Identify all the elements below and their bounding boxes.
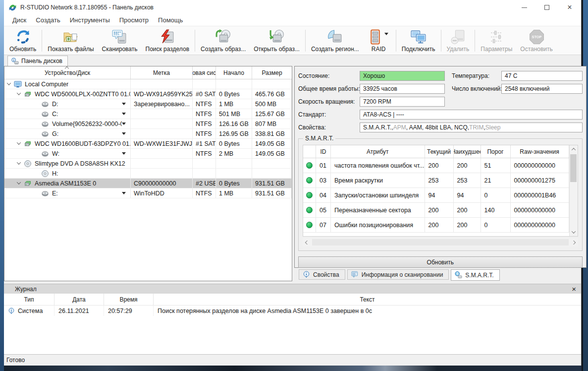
toolbar-show-files-button[interactable]: Показать файлы	[44, 27, 98, 54]
log-column-text[interactable]: Текст	[154, 294, 581, 305]
log-row[interactable]: Система26.11.202120:57:29Поиск потерянны…	[4, 306, 581, 316]
device-filesystem: #2 USB ...	[193, 179, 216, 188]
device-name: C:	[52, 111, 58, 118]
smart-row[interactable]: 01частота появления ошибок чт...20020051…	[303, 158, 569, 173]
device-row[interactable]: Asmedia ASM1153E 0C90000000000#2 USB ...…	[4, 179, 292, 188]
minimize-button[interactable]	[513, 0, 535, 15]
device-row[interactable]: D:Зарезервировано...NTFS1 MB500 MB	[4, 99, 292, 109]
smart-column-attribute[interactable]: Атрибут	[331, 145, 425, 158]
menu-help[interactable]: Помощь	[154, 15, 188, 25]
device-row[interactable]: C:NTFS501 MB125.67 GB	[4, 109, 292, 119]
dropdown-icon[interactable]	[122, 103, 126, 105]
toolbar-refresh-button[interactable]: Обновить	[5, 27, 40, 54]
close-button[interactable]: ×	[558, 0, 581, 15]
rstudio-logo-icon	[8, 3, 17, 12]
device-start: 0 Bytes	[216, 179, 252, 188]
feature-segment: Sleep	[485, 124, 501, 131]
scroll-right-icon[interactable]	[570, 239, 578, 247]
dropdown-icon[interactable]	[122, 152, 126, 155]
smart-row[interactable]: 07Ошибки позиционирования200200000000000…	[303, 218, 569, 233]
device-filesystem	[193, 79, 216, 89]
device-row[interactable]: WDC WD5000LPLX-00ZNTT0 01.0...WD-WX91A95…	[4, 89, 292, 99]
toolbar-scan-button[interactable]: Сканировать	[98, 27, 142, 54]
maximize-button[interactable]	[535, 0, 558, 15]
connect-icon	[410, 29, 427, 45]
toolbar-connect-button[interactable]: Подключить	[398, 27, 439, 54]
tab-smart[interactable]: SS.M.A.R.T.	[451, 269, 499, 281]
smart-refresh-button[interactable]: Обновить	[298, 256, 583, 268]
device-row[interactable]: H:	[4, 169, 292, 179]
tab-properties[interactable]: Свойства	[299, 269, 345, 280]
device-row[interactable]: G:NTFS126.95 GB338.81 GB	[4, 129, 292, 139]
tab-scan-info-label: Информация о сканировании	[362, 271, 443, 278]
smart-column-threshold[interactable]: Порог	[481, 145, 511, 158]
menu-create[interactable]: Создать	[31, 15, 65, 25]
scroll-up-icon[interactable]	[569, 145, 578, 153]
column-header-size[interactable]: Размер	[252, 66, 292, 79]
log-column-type[interactable]: Тип	[4, 294, 54, 305]
smart-horizontal-scrollbar[interactable]	[303, 238, 578, 247]
dropdown-icon[interactable]	[122, 132, 126, 135]
log-column-date[interactable]: Дата	[54, 294, 104, 305]
toolbar-open-image-label: Открыть образ...	[254, 46, 300, 53]
temperature-label: Температура:	[452, 72, 501, 79]
scrollbar-track[interactable]	[312, 239, 569, 246]
scroll-down-icon[interactable]	[569, 228, 578, 236]
smart-row[interactable]: 04Запуски/остановки шпинделя949400000000…	[303, 188, 569, 203]
toolbar-create-image-button[interactable]: Создать образ...	[197, 27, 250, 54]
menu-disk[interactable]: Диск	[8, 15, 31, 25]
device-row[interactable]: WDC WD1600BUDT-63DPZY0 01....WD-WXW1E31F…	[4, 139, 292, 149]
device-cell: Volume{90526232-0000-000...	[4, 119, 131, 129]
smart-column-raw[interactable]: Raw-значения	[511, 145, 569, 158]
smart-vertical-scrollbar[interactable]	[569, 145, 578, 236]
smart-column-current[interactable]: Текущий	[425, 145, 454, 158]
device-row[interactable]: Local Computer	[4, 79, 292, 89]
toolbar-create-region-button[interactable]: Создать регион...	[307, 27, 363, 54]
device-row[interactable]: Volume{90526232-0000-000...NTFS126.16 GB…	[4, 119, 292, 129]
device-row[interactable]: Slimtype DVD A DS8A8SH KX12	[4, 159, 292, 169]
expander-icon[interactable]	[7, 81, 11, 85]
device-row[interactable]: E:WinToHDDNTFS1 MB931.51 GB	[4, 188, 292, 198]
device-name: Local Computer	[25, 81, 68, 88]
column-header-filesystem[interactable]: овая сис	[193, 66, 216, 79]
expander-icon[interactable]	[17, 91, 21, 95]
menu-tools[interactable]: Инструменты	[65, 15, 115, 25]
dropdown-icon[interactable]	[122, 113, 126, 115]
scroll-left-icon[interactable]	[303, 239, 311, 247]
toolbar-find-partitions-button[interactable]: Поиск разделов	[142, 27, 194, 54]
expander-icon[interactable]	[17, 160, 21, 164]
smart-column-status[interactable]	[303, 145, 316, 158]
scrollbar-thumb[interactable]	[570, 154, 577, 182]
dropdown-icon[interactable]	[122, 123, 126, 125]
smart-raw: 000000001275	[511, 173, 569, 188]
smart-column-worst[interactable]: Наихудшее	[454, 145, 481, 158]
chevron-down-icon[interactable]	[384, 33, 388, 35]
smart-row[interactable]: 03Время раскрутки25325321000000001275	[303, 173, 569, 188]
menu-view[interactable]: Просмотр	[115, 15, 154, 25]
device-row[interactable]: W:NTFS2 MB149.05 GB	[4, 149, 292, 159]
tab-disk-panel[interactable]: Панель дисков	[7, 56, 68, 66]
column-header-device[interactable]: Устройство/Диск	[4, 66, 131, 79]
tab-scan-info[interactable]: Информация о сканировании	[347, 269, 449, 280]
device-tree-header: Устройство/Диск Метка овая сис Начало Ра…	[4, 66, 292, 79]
smart-row[interactable]: 05Переназначенные сектора200200140000000…	[303, 203, 569, 218]
hdd-icon	[24, 140, 32, 148]
smart-column-id[interactable]: ID	[316, 145, 331, 158]
expander-icon[interactable]	[17, 140, 21, 144]
dropdown-icon[interactable]	[122, 192, 126, 194]
device-label	[131, 159, 193, 169]
expander-icon[interactable]	[17, 180, 21, 184]
device-size	[252, 79, 292, 89]
toolbar-raid-button[interactable]: RAID	[363, 27, 394, 54]
log-column-time[interactable]: Время	[104, 294, 154, 305]
smart-attribute: частота появления ошибок чт...	[331, 158, 425, 173]
smart-threshold: 51	[481, 158, 511, 173]
log-close-icon[interactable]: ×	[572, 285, 576, 293]
device-size: 149.05 GB	[252, 139, 292, 149]
hours-value: 33925 часов	[360, 84, 445, 94]
column-header-start[interactable]: Начало	[216, 66, 252, 79]
column-header-label[interactable]: Метка	[131, 66, 193, 79]
toolbar-open-image-button[interactable]: Открыть образ...	[250, 27, 304, 54]
device-label	[131, 129, 193, 139]
smart-worst: 200	[454, 203, 481, 218]
